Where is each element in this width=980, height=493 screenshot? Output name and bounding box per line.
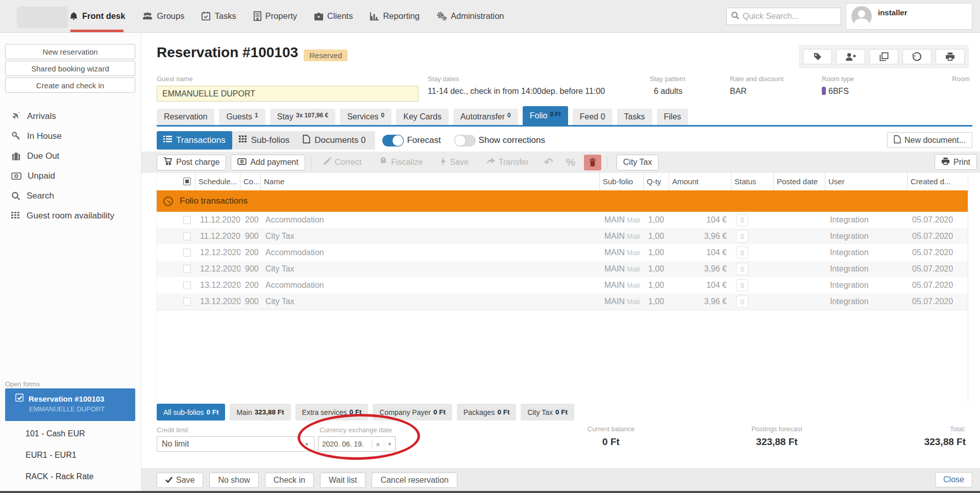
tab[interactable]: Stay3x 107,96 € xyxy=(270,109,335,125)
nav-groups[interactable]: Groups xyxy=(142,11,184,21)
stay-dates-value[interactable]: 11-14 dec., check in from 14:00dep. befo… xyxy=(428,87,605,96)
col-status[interactable]: Status xyxy=(731,172,774,190)
subfolio-tab[interactable]: All sub-folios0 Ft xyxy=(157,404,225,421)
save-button[interactable]: Save xyxy=(157,473,203,488)
col-qty[interactable]: Q-ty xyxy=(644,172,669,190)
nav-clients[interactable]: Clients xyxy=(314,11,353,21)
row-checkbox[interactable] xyxy=(179,244,195,261)
transaction-row[interactable]: 13.12.2020 900 City Tax MAINMair 1,00 3,… xyxy=(156,293,968,310)
transaction-row[interactable]: 12.12.2020 200 Accommodation MAINMair 1,… xyxy=(156,244,968,261)
nav-tasks[interactable]: Tasks xyxy=(201,11,236,21)
post-charge-button[interactable]: Post charge xyxy=(157,155,226,170)
room-type-value[interactable]: 6BFS xyxy=(822,87,849,96)
open-form-reservation[interactable]: Reservation #100103 EMMANUELLE DUPORT xyxy=(5,388,135,421)
stay-pattern-value[interactable]: 6 adults xyxy=(654,87,682,96)
row-checkbox[interactable] xyxy=(179,212,195,228)
save-transaction-button[interactable]: Save xyxy=(434,155,475,170)
sidebar-item-in-house[interactable]: In House xyxy=(0,126,141,146)
currency-exchange-date-field[interactable]: 2020. 06. 19. × ▼ xyxy=(318,436,396,452)
no-show-button[interactable]: No show xyxy=(209,473,258,488)
col-code[interactable]: Co... xyxy=(240,172,261,190)
fiscalize-button[interactable]: Fiscalize xyxy=(373,155,429,170)
expander-icon[interactable]: ↘ xyxy=(163,196,173,206)
nav-front-desk[interactable]: Front desk xyxy=(69,11,125,21)
print-button[interactable]: Print xyxy=(935,154,977,170)
add-guest-button[interactable] xyxy=(836,49,865,64)
history-button[interactable] xyxy=(902,49,932,64)
row-checkbox[interactable] xyxy=(179,228,195,244)
col-schedule[interactable]: Schedule... xyxy=(195,172,240,190)
tab[interactable]: Reservation xyxy=(157,109,214,125)
col-name[interactable]: Name xyxy=(261,172,600,190)
folio-transactions-group-row[interactable]: ↘ Folio transactions xyxy=(156,190,968,212)
check-in-button[interactable]: Check in xyxy=(265,473,314,488)
col-subfolio[interactable]: Sub-folio xyxy=(600,172,644,190)
open-form-rack[interactable]: RACK - Rack Rate xyxy=(26,472,93,481)
transfer-button[interactable]: Transfer xyxy=(480,155,535,170)
transaction-row[interactable]: 11.12.2020 900 City Tax MAINMair 1,00 3,… xyxy=(156,228,968,244)
subtab-transactions[interactable]: Transactions xyxy=(157,131,232,150)
new-document-button[interactable]: New document... xyxy=(887,132,972,148)
forecast-toggle[interactable] xyxy=(382,135,404,146)
row-checkbox[interactable] xyxy=(179,277,195,293)
tab[interactable]: Files xyxy=(657,109,689,125)
subtab-documents[interactable]: Documents 0 xyxy=(296,131,372,150)
tab[interactable]: Autotransfer0 xyxy=(453,109,518,125)
subfolio-tab[interactable]: Main323,88 Ft xyxy=(230,404,290,421)
sidebar-item-search[interactable]: Search xyxy=(0,186,141,206)
print-icon-button[interactable] xyxy=(936,49,965,64)
copy-button[interactable] xyxy=(869,49,898,64)
open-form-eur1[interactable]: EUR1 - EUR1 xyxy=(26,451,77,460)
rate-value[interactable]: BAR xyxy=(730,87,747,96)
sidebar-item-due-out[interactable]: Due Out xyxy=(0,146,141,166)
nav-administration[interactable]: Administration xyxy=(436,11,504,21)
create-and-check-in-button[interactable]: Create and check in xyxy=(5,78,135,93)
quick-search[interactable] xyxy=(726,8,841,25)
date-dropdown-icon[interactable]: ▼ xyxy=(384,441,395,447)
subfolio-tab[interactable]: Company Payer0 Ft xyxy=(373,404,452,421)
col-user[interactable]: User xyxy=(825,172,908,190)
undo-button[interactable]: ↶ xyxy=(540,155,557,170)
clear-date-icon[interactable]: × xyxy=(372,440,384,449)
quick-search-input[interactable] xyxy=(743,12,814,21)
new-reservation-button[interactable]: New reservation xyxy=(5,44,135,59)
show-corrections-toggle[interactable] xyxy=(454,135,476,146)
tags-button[interactable] xyxy=(803,49,832,64)
sidebar-item-unpaid[interactable]: Unpaid xyxy=(0,166,141,186)
add-payment-button[interactable]: Add payment xyxy=(231,155,305,170)
transaction-row[interactable]: 12.12.2020 900 City Tax MAINMair 1,00 3,… xyxy=(156,261,968,277)
nav-reporting[interactable]: Reporting xyxy=(370,11,420,21)
sidebar-item-arrivals[interactable]: Arrivals xyxy=(0,106,141,126)
subtab-subfolios[interactable]: Sub-folios xyxy=(232,131,297,150)
tab[interactable]: Folio0 Ft xyxy=(523,106,568,125)
transaction-row[interactable]: 11.12.2020 200 Accommodation MAINMair 1,… xyxy=(156,212,968,228)
subfolio-tab[interactable]: Packages0 Ft xyxy=(457,404,517,421)
guest-name-input[interactable] xyxy=(157,86,419,102)
wait-list-button[interactable]: Wait list xyxy=(320,473,365,488)
tab[interactable]: Tasks xyxy=(617,109,652,125)
select-all-checkbox[interactable] xyxy=(179,172,195,190)
discount-percent-button[interactable]: % xyxy=(562,155,579,170)
tab[interactable]: Key Cards xyxy=(396,109,449,125)
tab[interactable]: Guests1 xyxy=(219,109,265,125)
tab[interactable]: Feed 0 xyxy=(573,109,612,125)
col-posted[interactable]: Posted date xyxy=(774,172,825,190)
col-created[interactable]: Created d... xyxy=(908,172,965,190)
col-amount[interactable]: Amount xyxy=(669,172,731,190)
row-checkbox[interactable] xyxy=(179,293,195,310)
credit-limit-select[interactable]: No limit▼ xyxy=(157,436,314,452)
correct-button[interactable]: Correct xyxy=(316,155,368,170)
subfolio-tab[interactable]: City Tax0 Ft xyxy=(521,404,574,421)
nav-property[interactable]: Property xyxy=(253,11,297,21)
tab[interactable]: Services0 xyxy=(340,109,391,125)
row-checkbox[interactable] xyxy=(179,261,195,277)
delete-button[interactable] xyxy=(584,155,601,170)
user-menu[interactable]: installer xyxy=(846,3,972,30)
open-form-cash[interactable]: 101 - Cash EUR xyxy=(26,429,85,438)
close-button[interactable]: Close xyxy=(935,472,972,487)
subfolio-tab[interactable]: Extra services0 Ft xyxy=(296,404,369,421)
transaction-row[interactable]: 13.12.2020 200 Accommodation MAINMair 1,… xyxy=(156,277,968,293)
city-tax-button[interactable]: City Tax xyxy=(617,155,659,170)
cancel-reservation-button[interactable]: Cancel reservation xyxy=(372,473,457,488)
sidebar-item-guest-room-availability[interactable]: Guest room availability xyxy=(0,206,141,226)
